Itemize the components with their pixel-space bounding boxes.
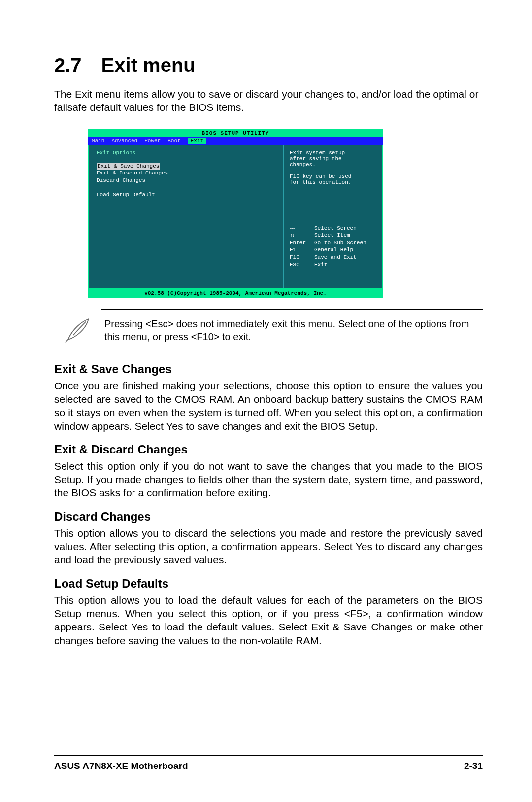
bios-key-label: Select Item bbox=[314, 232, 377, 239]
subheading-exit-discard: Exit & Discard Changes bbox=[54, 443, 483, 456]
page-footer: ASUS A7N8X-XE Motherboard 2-31 bbox=[54, 755, 483, 771]
bios-key: Enter bbox=[290, 239, 310, 246]
bios-help-line: after saving the bbox=[290, 156, 377, 162]
note-text: Pressing <Esc> does not immediately exit… bbox=[101, 309, 483, 352]
bios-key-legend: Select Screen Select Item EnterGo to Sub… bbox=[290, 225, 377, 269]
intro-paragraph: The Exit menu items allow you to save or… bbox=[54, 87, 483, 114]
bios-help-line: Exit system setup bbox=[290, 150, 377, 156]
bios-key-label: Select Screen bbox=[314, 225, 377, 232]
bios-key-label: Go to Sub Screen bbox=[314, 239, 377, 246]
paragraph: Select this option only if you do not wa… bbox=[54, 459, 483, 500]
subheading-load-defaults: Load Setup Defaults bbox=[54, 577, 483, 591]
bios-key-label: Save and Exit bbox=[314, 254, 377, 261]
subheading-discard: Discard Changes bbox=[54, 510, 483, 523]
bios-option-exit-discard[interactable]: Exit & Discard Changes bbox=[97, 170, 277, 177]
bios-screenshot: BIOS SETUP UTILITY Main Advanced Power B… bbox=[88, 129, 383, 298]
bios-help-line: changes. bbox=[290, 162, 377, 168]
bios-key-label: Exit bbox=[314, 261, 377, 269]
bios-footer: v02.58 (C)Copyright 1985-2004, American … bbox=[88, 288, 383, 298]
paragraph: This option allows you to load the defau… bbox=[54, 593, 483, 647]
bios-key: F1 bbox=[290, 246, 310, 254]
footer-right: 2-31 bbox=[464, 761, 483, 771]
bios-key-label: General Help bbox=[314, 246, 377, 254]
bios-tab-exit[interactable]: Exit bbox=[188, 138, 206, 144]
footer-left: ASUS A7N8X-XE Motherboard bbox=[54, 761, 188, 771]
quill-pen-icon bbox=[64, 315, 92, 346]
note-block: Pressing <Esc> does not immediately exit… bbox=[54, 309, 483, 352]
bios-option-discard[interactable]: Discard Changes bbox=[97, 177, 277, 184]
paragraph: This option allows you to discard the se… bbox=[54, 526, 483, 567]
bios-help-pane: Exit system setup after saving the chang… bbox=[284, 145, 382, 288]
paragraph: Once you are finished making your select… bbox=[54, 379, 483, 433]
bios-tab-power[interactable]: Power bbox=[144, 138, 161, 144]
bios-key: F10 bbox=[290, 254, 310, 261]
bios-option-load-default[interactable]: Load Setup Default bbox=[97, 191, 277, 199]
arrow-up-down-icon bbox=[290, 232, 310, 239]
bios-options-pane: Exit Options Exit & Save Changes Exit & … bbox=[89, 145, 284, 288]
heading-title: Exit menu bbox=[101, 54, 196, 76]
bios-help-line: F10 key can be used bbox=[290, 174, 377, 179]
heading-number: 2.7 bbox=[54, 54, 82, 76]
bios-title: BIOS SETUP UTILITY bbox=[88, 129, 383, 137]
bios-option-exit-save[interactable]: Exit & Save Changes bbox=[97, 163, 160, 170]
bios-tab-advanced[interactable]: Advanced bbox=[111, 138, 137, 144]
arrow-left-right-icon bbox=[290, 225, 310, 232]
bios-tab-bar: Main Advanced Power Boot Exit bbox=[88, 137, 383, 145]
bios-tab-boot[interactable]: Boot bbox=[167, 138, 180, 144]
bios-options-header: Exit Options bbox=[97, 150, 277, 156]
bios-tab-main[interactable]: Main bbox=[92, 138, 104, 144]
bios-help-line: for this operation. bbox=[290, 179, 377, 185]
bios-key: ESC bbox=[290, 261, 310, 269]
subheading-exit-save: Exit & Save Changes bbox=[54, 362, 483, 376]
bios-help-text: Exit system setup after saving the chang… bbox=[290, 150, 377, 185]
section-heading: 2.7 Exit menu bbox=[54, 54, 483, 76]
